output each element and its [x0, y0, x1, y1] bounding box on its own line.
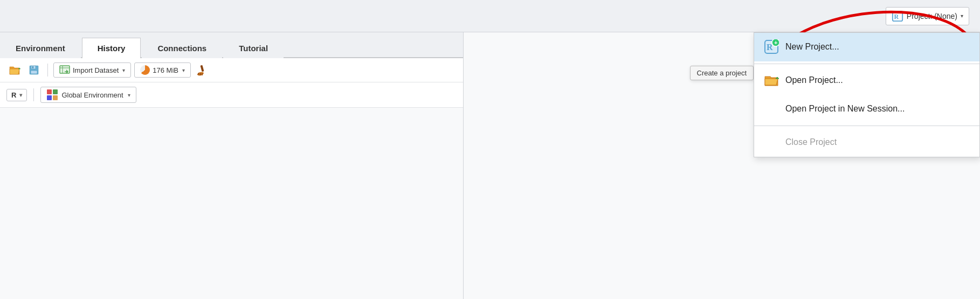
new-project-label: New Project...	[785, 42, 839, 52]
menu-item-open-project[interactable]: Open Project...	[754, 66, 979, 95]
save-icon	[29, 65, 39, 75]
memory-label: 176 MiB	[153, 66, 178, 74]
r-dropdown[interactable]: R ▾	[6, 89, 27, 101]
toolbar: Import Dataset ▾ 176 MiB ▾	[0, 58, 463, 82]
import-dataset-button[interactable]: Import Dataset ▾	[53, 62, 131, 78]
import-icon	[59, 65, 70, 75]
env-separator	[33, 88, 34, 101]
open-project-new-session-label: Open Project in New Session...	[785, 104, 905, 114]
svg-rect-7	[60, 66, 70, 73]
svg-rect-5	[31, 71, 37, 74]
open-folder-button[interactable]	[6, 62, 23, 78]
memory-button[interactable]: 176 MiB ▾	[134, 62, 191, 78]
svg-text:+: +	[774, 39, 777, 46]
global-env-icon	[46, 89, 58, 101]
open-project-icon	[764, 74, 779, 87]
import-label: Import Dataset	[73, 66, 119, 74]
close-project-label: Close Project	[785, 137, 837, 147]
global-env-label: Global Environment	[61, 91, 123, 99]
open-project-label: Open Project...	[785, 75, 843, 85]
import-arrow: ▾	[122, 67, 125, 73]
menu-item-close-project[interactable]: Close Project	[754, 128, 979, 157]
menu-separator-1	[754, 64, 979, 64]
tab-environment[interactable]: Environment	[0, 38, 81, 58]
project-chevron: ▾	[961, 13, 963, 19]
project-button[interactable]: R Project: (None) ▾	[886, 7, 969, 25]
memory-arrow: ▾	[182, 67, 185, 73]
svg-rect-18	[53, 89, 58, 94]
memory-icon	[140, 65, 150, 75]
save-button[interactable]	[26, 62, 42, 78]
tab-bar: Environment History Connections Tutorial	[0, 32, 463, 58]
new-project-icon-wrapper: R +	[764, 39, 779, 54]
r-label: R	[11, 91, 16, 99]
env-bar: R ▾ Global Environment ▾	[0, 82, 463, 108]
open-project-new-session-icon-wrapper	[764, 101, 779, 116]
top-bar: R Project: (None) ▾	[0, 0, 980, 32]
new-project-icon: R +	[764, 39, 779, 54]
menu-item-new-project[interactable]: R + New Project...	[754, 33, 979, 61]
open-project-icon-wrapper	[764, 73, 779, 88]
main-area: Environment History Connections Tutorial	[0, 32, 980, 299]
tab-tutorial[interactable]: Tutorial	[223, 38, 284, 58]
svg-text:R: R	[894, 12, 899, 20]
toolbar-separator-1	[47, 64, 48, 77]
svg-rect-17	[47, 89, 52, 94]
r-arrow: ▾	[19, 92, 22, 98]
left-panel: Environment History Connections Tutorial	[0, 32, 464, 299]
svg-rect-20	[53, 95, 58, 100]
clear-button[interactable]	[194, 62, 210, 78]
project-label: Project: (None)	[907, 12, 957, 20]
close-project-icon-wrapper	[764, 135, 779, 150]
tab-history[interactable]: History	[82, 38, 141, 58]
create-project-tooltip: Create a project	[690, 66, 754, 80]
svg-rect-12	[200, 65, 204, 72]
tab-connections[interactable]: Connections	[142, 38, 222, 58]
svg-line-15	[200, 73, 201, 75]
global-env-arrow: ▾	[128, 92, 130, 98]
menu-separator-2	[754, 126, 979, 126]
r-project-icon: R	[892, 10, 903, 22]
project-dropdown-menu: R + New Project... Open	[754, 32, 980, 157]
svg-rect-19	[47, 95, 52, 100]
right-panel: R + New Project... Open	[464, 32, 980, 299]
svg-rect-6	[32, 66, 33, 68]
broom-icon	[197, 64, 208, 76]
menu-item-open-project-new-session[interactable]: Open Project in New Session...	[754, 95, 979, 123]
open-folder-icon	[9, 65, 20, 75]
global-environment-button[interactable]: Global Environment ▾	[40, 87, 136, 103]
